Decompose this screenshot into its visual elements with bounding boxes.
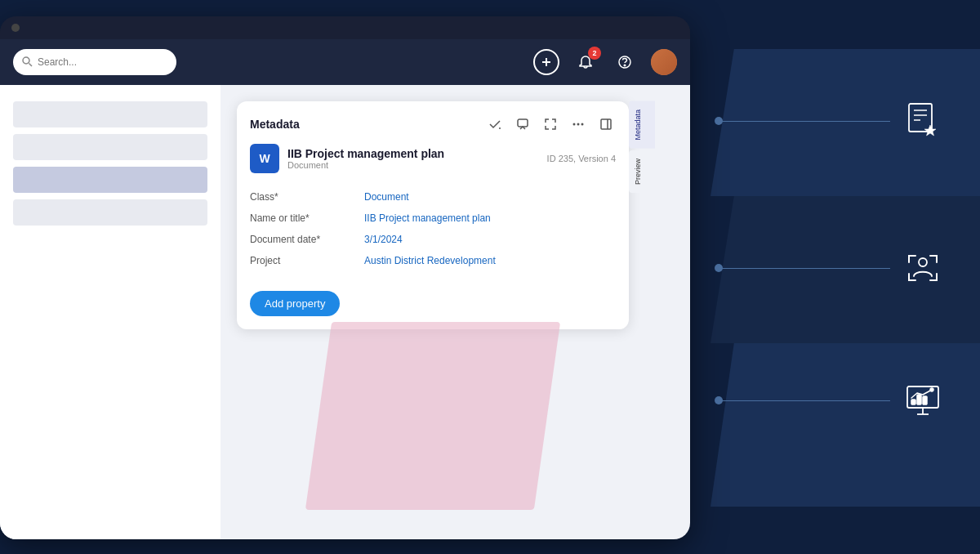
property-row-date: Document date* 3/1/2024 [250, 229, 616, 250]
property-label-class: Class* [250, 191, 364, 203]
panel-icon[interactable] [596, 114, 616, 134]
property-row-class: Class* Document [250, 186, 616, 208]
notifications-button[interactable]: 2 [572, 49, 599, 75]
property-row-name: Name or title* IIB Project management pl… [250, 208, 616, 229]
document-type: Document [287, 160, 444, 170]
app-chrome: 2 [0, 39, 690, 85]
save-check-icon[interactable] [485, 114, 505, 134]
svg-point-12 [930, 388, 933, 391]
svg-rect-11 [923, 396, 927, 404]
property-value-name[interactable]: IIB Project management plan [364, 212, 491, 224]
sidebar-placeholder-1 [13, 101, 207, 127]
header-actions [485, 114, 616, 134]
sidebar [0, 85, 220, 539]
search-icon [21, 56, 33, 69]
document-word-icon: W [250, 144, 279, 173]
svg-rect-20 [518, 119, 528, 127]
property-value-class[interactable]: Document [364, 191, 409, 203]
connector-dot-1 [715, 117, 723, 125]
pink-overlay [305, 322, 560, 510]
svg-rect-24 [601, 119, 611, 129]
sidebar-placeholder-3 [13, 199, 207, 226]
connector-dot-2 [715, 264, 723, 272]
help-button[interactable] [612, 49, 638, 75]
svg-point-18 [624, 65, 626, 66]
document-name: IIB Project management plan [287, 147, 444, 160]
avatar[interactable] [651, 49, 677, 75]
connector-dot-3 [715, 396, 723, 404]
connector-line-3 [719, 400, 890, 401]
svg-marker-4 [924, 125, 936, 136]
svg-point-5 [919, 258, 927, 266]
tab-metadata[interactable]: Metadata [629, 101, 655, 149]
search-bar-container[interactable] [13, 49, 176, 75]
property-row-project: Project Austin District Redevelopment [250, 250, 616, 271]
document-name-group: IIB Project management plan Document [287, 147, 444, 170]
more-options-icon[interactable] [568, 114, 588, 134]
svg-point-21 [573, 123, 576, 126]
expand-icon[interactable] [541, 114, 560, 134]
property-value-project[interactable]: Austin District Redevelopment [364, 255, 496, 266]
metadata-card-title: Metadata [250, 118, 300, 131]
connector-line-1 [719, 121, 890, 122]
sidebar-active-item[interactable] [13, 167, 207, 193]
svg-rect-10 [917, 395, 921, 404]
notification-badge: 2 [588, 47, 601, 60]
tab-preview[interactable]: Preview [629, 150, 655, 193]
document-star-icon [898, 96, 947, 145]
svg-rect-0 [909, 104, 932, 132]
property-label-name: Name or title* [250, 212, 364, 224]
svg-point-23 [581, 123, 584, 126]
property-value-date[interactable]: 3/1/2024 [364, 234, 403, 245]
svg-rect-9 [911, 400, 915, 404]
property-label-project: Project [250, 255, 364, 266]
search-input[interactable] [38, 56, 152, 68]
device-dot [11, 24, 20, 32]
app-actions: 2 [533, 49, 677, 75]
device-topbar [0, 16, 690, 39]
connector-line-2 [719, 268, 890, 269]
svg-point-13 [23, 57, 29, 64]
chart-monitor-icon [898, 376, 947, 425]
metadata-card: Metadata [237, 101, 629, 329]
app-content: Metadata [0, 85, 690, 539]
device-frame: 2 [0, 16, 690, 539]
sidebar-placeholder-2 [13, 134, 207, 160]
main-panel: Metadata [220, 85, 690, 539]
add-property-button[interactable]: Add property [250, 291, 340, 316]
add-button[interactable] [533, 49, 559, 75]
trapezoid-3 [710, 343, 980, 507]
document-info: W IIB Project management plan Document I… [237, 144, 629, 183]
document-id-version: ID 235, Version 4 [547, 154, 616, 163]
person-scan-icon [898, 243, 947, 293]
properties-table: Class* Document Name or title* IIB Proje… [237, 183, 629, 284]
property-label-date: Document date* [250, 234, 364, 245]
metadata-card-header: Metadata [237, 101, 629, 144]
svg-line-14 [29, 63, 33, 66]
comment-icon[interactable] [513, 114, 532, 134]
side-tabs: Metadata Preview [629, 101, 655, 193]
svg-point-22 [577, 123, 580, 126]
